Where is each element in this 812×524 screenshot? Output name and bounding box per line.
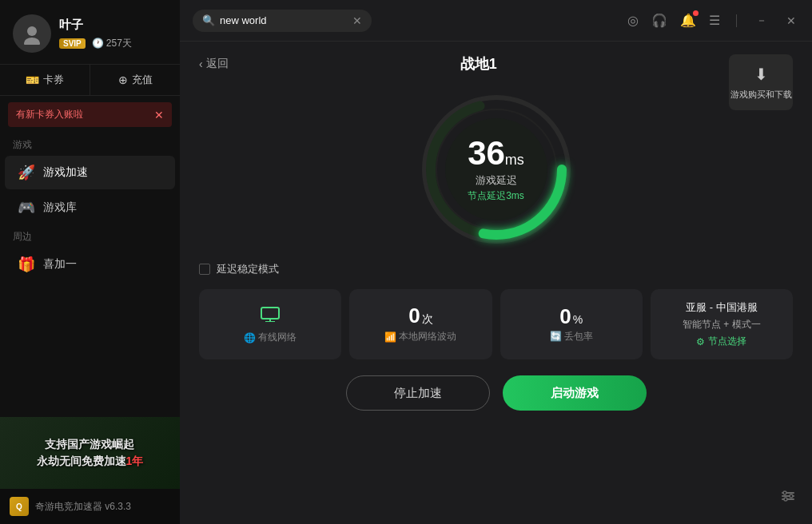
back-chevron-icon: ‹: [199, 58, 203, 70]
wave-icon: 📶: [384, 331, 396, 343]
recharge-button[interactable]: ⊕ 充值: [90, 65, 180, 95]
user-meta: SVIP 🕐 257天: [59, 37, 132, 50]
promo-text: 支持国产游戏崛起 永劫无间免费加速1年: [37, 436, 144, 470]
search-input[interactable]: [220, 14, 348, 26]
close-button[interactable]: ✕: [783, 13, 799, 29]
minimize-button[interactable]: －: [753, 12, 770, 30]
back-button[interactable]: ‹ 返回: [199, 57, 229, 71]
start-button[interactable]: 启动游戏: [503, 375, 647, 411]
main: 🔍 ✕ ◎ 🎧 🔔 ☰ － ✕ ‹ 返回 战地1: [180, 0, 812, 524]
node-title: 亚服 - 中国港服: [686, 300, 758, 315]
node-mode: 智能节点 + 模式一: [683, 318, 761, 331]
gamepad-icon: 🎮: [18, 199, 35, 216]
notification-bar: 有新卡券入账啦 ✕: [8, 102, 172, 127]
svg-point-1: [24, 38, 40, 45]
fluctuation-unit: 次: [422, 312, 433, 327]
user-info: 叶子 SVIP 🕐 257天: [59, 18, 132, 50]
svg-point-15: [784, 498, 787, 501]
svip-badge: SVIP: [59, 38, 86, 49]
network-name: 🌐 有线网络: [244, 331, 297, 344]
section-label-peripheral: 周边: [0, 225, 180, 247]
bell-dot: [693, 10, 699, 16]
stop-button[interactable]: 停止加速: [346, 375, 490, 411]
packet-loss-unit: %: [573, 313, 583, 326]
bell-icon[interactable]: 🔔: [680, 13, 696, 28]
svg-point-14: [790, 494, 793, 498]
user-section: 叶子 SVIP 🕐 257天: [0, 0, 180, 64]
coupon-icon: 🎫: [26, 73, 39, 86]
packet-loss-value: 0: [559, 306, 571, 327]
packet-loss-name: 🔄 丢包率: [550, 330, 593, 343]
gauge-label: 游戏延迟: [468, 173, 524, 188]
headphone-icon[interactable]: 🎧: [651, 13, 667, 28]
download-icon: ⬇: [754, 65, 768, 84]
svg-point-13: [783, 491, 786, 494]
search-clear-icon[interactable]: ✕: [352, 14, 362, 27]
action-bar: 🎫 卡券 ⊕ 充值: [0, 64, 180, 96]
clock-icon: 🕐: [92, 38, 104, 49]
app-logo: Q: [10, 497, 29, 516]
stability-checkbox[interactable]: [199, 264, 210, 275]
stability-row: 延迟稳定模式: [199, 262, 793, 276]
days-info: 🕐 257天: [92, 37, 132, 50]
content-header: ‹ 返回 战地1: [199, 54, 793, 73]
app-footer: Q 奇游电竞加速器 v6.3.3: [0, 489, 180, 524]
packet-loss-stat-card: 0 % 🔄 丢包率: [500, 289, 643, 359]
node-select-button[interactable]: ⚙ 节点选择: [696, 335, 746, 348]
sidebar-item-library[interactable]: 🎮 游戏库: [5, 191, 175, 224]
node-card: 亚服 - 中国港服 智能节点 + 模式一 ⚙ 节点选择: [651, 289, 793, 359]
gift-icon: 🎁: [18, 256, 35, 273]
recharge-icon: ⊕: [118, 73, 128, 86]
user-name: 叶子: [59, 18, 132, 33]
notification-close[interactable]: ✕: [154, 109, 164, 121]
sidebar-item-accelerate[interactable]: 🚀 游戏加速: [5, 156, 175, 189]
fluctuation-stat-card: 0 次 📶 本地网络波动: [349, 289, 492, 359]
rocket-icon: 🚀: [18, 164, 35, 181]
gauge-sublabel: 节点延迟3ms: [468, 189, 524, 203]
topbar: 🔍 ✕ ◎ 🎧 🔔 ☰ － ✕: [180, 0, 812, 42]
gauge-value: 36ms: [468, 137, 524, 170]
coupon-button[interactable]: 🎫 卡券: [0, 65, 90, 95]
stability-label: 延迟稳定模式: [217, 262, 279, 276]
gauge-center: 36ms 游戏延迟 节点延迟3ms: [468, 137, 524, 203]
stats-row: 🌐 有线网络 0 次 📶 本地网络波动 0 %: [199, 289, 793, 359]
gauge-container: 36ms 游戏延迟 节点延迟3ms: [416, 89, 576, 249]
sidebar: 叶子 SVIP 🕐 257天 🎫 卡券 ⊕ 充值 有新卡券入账啦 ✕ 游戏 🚀 …: [0, 0, 180, 524]
avatar: [13, 14, 51, 53]
search-icon: 🔍: [202, 14, 215, 26]
fluctuation-name: 📶 本地网络波动: [384, 330, 456, 343]
sync-icon: 🔄: [550, 331, 562, 342]
network-icon: [259, 304, 281, 326]
page-title: 战地1: [229, 54, 729, 73]
download-button[interactable]: ⬇ 游戏购买和下载: [729, 54, 793, 110]
section-label-game: 游戏: [0, 133, 180, 155]
fluctuation-value: 0: [408, 305, 420, 326]
svg-rect-7: [261, 308, 279, 319]
topbar-divider: [736, 14, 737, 27]
content: ‹ 返回 战地1 ⬇ 游戏购买和下载: [180, 42, 812, 524]
network-stat-card: 🌐 有线网络: [199, 289, 341, 359]
app-name: 奇游电竞加速器 v6.3.3: [35, 500, 131, 514]
sidebar-item-joinus[interactable]: 🎁 喜加一: [5, 248, 175, 281]
settings-small-icon: ⚙: [696, 336, 705, 347]
promo-banner: 支持国产游戏崛起 永劫无间免费加速1年: [0, 417, 180, 489]
settings-icon-button[interactable]: [780, 488, 796, 508]
svg-point-0: [27, 26, 37, 36]
wired-icon: 🌐: [244, 332, 256, 343]
menu-icon[interactable]: ☰: [709, 13, 720, 28]
gauge-section: 36ms 游戏延迟 节点延迟3ms: [199, 89, 793, 249]
planet-icon[interactable]: ◎: [627, 13, 639, 28]
search-box: 🔍 ✕: [193, 10, 372, 32]
topbar-icons: ◎ 🎧 🔔 ☰ － ✕: [627, 12, 799, 30]
bottom-actions: 停止加速 启动游戏: [199, 375, 793, 411]
